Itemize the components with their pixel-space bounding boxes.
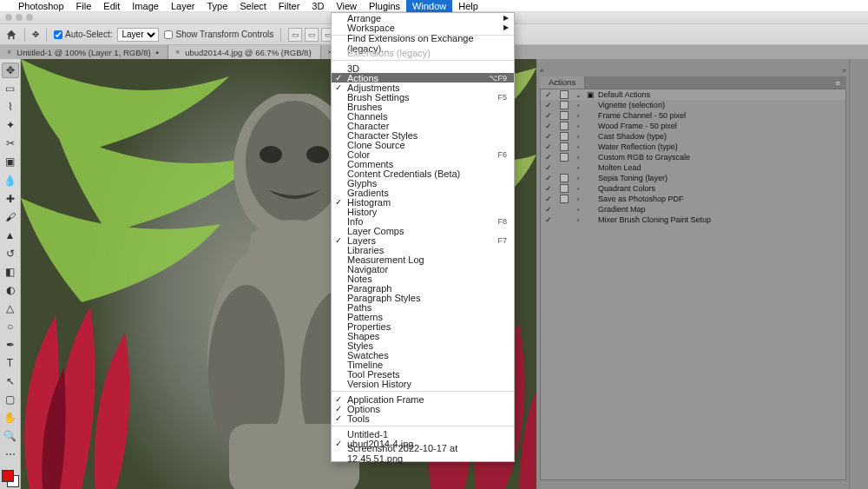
edit-toolbar-icon[interactable]: ⋯	[2, 446, 19, 462]
menu-item-options[interactable]: ✓Options	[332, 404, 514, 413]
menu-window[interactable]: Window	[406, 0, 452, 12]
marquee-tool-icon[interactable]: ▭	[2, 81, 19, 96]
window-close-icon[interactable]	[5, 14, 12, 21]
menu-item-swatches[interactable]: Swatches	[332, 350, 514, 360]
menu-item-layers[interactable]: ✓LayersF7	[332, 235, 514, 245]
panel-menu-icon[interactable]: ≡	[830, 78, 846, 88]
menu-item-comments[interactable]: Comments	[332, 159, 514, 169]
menu-item-version-history[interactable]: Version History	[332, 379, 514, 388]
chevron-right-icon[interactable]: ›	[572, 216, 584, 224]
action-row[interactable]: ✓›Wood Frame - 50 pixel	[541, 121, 845, 131]
menu-3d[interactable]: 3D	[306, 0, 330, 12]
actions-tab[interactable]: Actions	[540, 76, 585, 89]
menu-plugins[interactable]: Plugins	[363, 0, 406, 12]
check-icon[interactable]: ✓	[545, 90, 552, 99]
doc-tab-0[interactable]: × Untitled-1 @ 100% (Layer 1, RGB/8) •	[0, 45, 168, 59]
check-icon[interactable]: ✓	[545, 184, 552, 193]
menu-item-layer-comps[interactable]: Layer Comps	[332, 226, 514, 235]
menu-item-clone-source[interactable]: Clone Source	[332, 140, 514, 149]
eraser-tool-icon[interactable]: ◧	[2, 264, 19, 280]
action-row[interactable]: ✓›Frame Channel - 50 pixel	[541, 110, 845, 121]
menu-help[interactable]: Help	[452, 0, 484, 12]
menu-item-patterns[interactable]: Patterns	[332, 312, 514, 321]
action-row[interactable]: ✓›Sepia Toning (layer)	[541, 173, 845, 183]
gradient-tool-icon[interactable]: ◐	[2, 282, 19, 298]
action-row[interactable]: ✓›Custom RGB to Grayscale	[541, 152, 845, 162]
menu-item-actions[interactable]: ✓Actions⌥F9	[332, 73, 514, 83]
chevron-down-icon[interactable]: ⌄	[572, 91, 584, 99]
move-tool-icon[interactable]: ✥	[32, 30, 39, 39]
menu-edit[interactable]: Edit	[97, 0, 126, 12]
home-icon[interactable]	[5, 29, 17, 41]
action-row[interactable]: ✓›Cast Shadow (type)	[541, 131, 845, 142]
action-row[interactable]: ✓›Gradient Map	[541, 204, 845, 215]
hand-tool-icon[interactable]: ✋	[2, 410, 19, 426]
menu-item-measurement-log[interactable]: Measurement Log	[332, 254, 514, 264]
doc-tab-1[interactable]: × ubud2014-4.jpg @ 66.7% (RGB/8)	[168, 45, 321, 59]
menu-item-channels[interactable]: Channels	[332, 111, 514, 121]
menu-image[interactable]: Image	[126, 0, 165, 12]
history-brush-tool-icon[interactable]: ↺	[2, 246, 19, 261]
panel-dock-strip[interactable]	[849, 59, 868, 489]
check-icon[interactable]: ✓	[545, 132, 552, 141]
chevron-right-icon[interactable]: ›	[572, 133, 584, 141]
frame-tool-icon[interactable]: ▣	[2, 154, 19, 169]
blur-tool-icon[interactable]: △	[2, 301, 19, 316]
action-row[interactable]: ✓›Vignette (selection)	[541, 100, 845, 110]
menu-item-gradients[interactable]: Gradients	[332, 188, 514, 197]
close-icon[interactable]: ×	[175, 48, 180, 56]
check-icon[interactable]: ✓	[545, 122, 552, 130]
menu-item-paragraph[interactable]: Paragraph	[332, 283, 514, 293]
type-tool-icon[interactable]: T	[2, 355, 19, 371]
zoom-tool-icon[interactable]: 🔍	[2, 428, 19, 444]
menu-item-timeline[interactable]: Timeline	[332, 360, 514, 369]
menu-select[interactable]: Select	[233, 0, 273, 12]
dialog-toggle-icon[interactable]	[560, 142, 569, 151]
chevron-right-icon[interactable]: ›	[572, 112, 584, 120]
brush-tool-icon[interactable]: 🖌	[2, 209, 19, 225]
chevron-right-icon[interactable]: ›	[572, 206, 584, 214]
wand-tool-icon[interactable]: ✦	[2, 117, 19, 133]
chevron-right-icon[interactable]: ›	[572, 122, 584, 130]
check-icon[interactable]: ✓	[545, 174, 552, 182]
dialog-toggle-icon[interactable]	[560, 195, 569, 203]
chevron-right-icon[interactable]: ›	[572, 185, 584, 193]
menu-item-content-credentials-beta[interactable]: Content Credentials (Beta)	[332, 169, 514, 178]
menu-item-character-styles[interactable]: Character Styles	[332, 130, 514, 140]
color-swatches[interactable]	[2, 470, 19, 489]
menu-item-info[interactable]: InfoF8	[332, 216, 514, 226]
window-zoom-icon[interactable]	[26, 14, 33, 21]
menu-item-arrange[interactable]: Arrange▶	[332, 13, 514, 23]
path-select-tool-icon[interactable]: ↖	[2, 373, 19, 389]
menu-item-paragraph-styles[interactable]: Paragraph Styles	[332, 293, 514, 302]
dialog-toggle-icon[interactable]	[560, 122, 569, 130]
menu-item-brushes[interactable]: Brushes	[332, 102, 514, 111]
rectangle-tool-icon[interactable]: ▢	[2, 392, 19, 407]
check-icon[interactable]: ✓	[545, 195, 552, 203]
auto-select-mode[interactable]: Layer	[117, 28, 159, 42]
align-left-icon[interactable]: ▭	[288, 28, 302, 42]
menu-item-tools[interactable]: ✓Tools	[332, 413, 514, 423]
menu-item-glyphs[interactable]: Glyphs	[332, 178, 514, 188]
menu-view[interactable]: View	[330, 0, 363, 12]
collapse-right-icon[interactable]: »	[842, 66, 846, 75]
chevron-right-icon[interactable]: ›	[572, 175, 584, 182]
chevron-right-icon[interactable]: ›	[572, 195, 584, 203]
menu-item-application-frame[interactable]: ✓Application Frame	[332, 394, 514, 404]
eyedropper-tool-icon[interactable]: 💧	[2, 172, 19, 188]
check-icon[interactable]: ✓	[545, 142, 552, 151]
healing-tool-icon[interactable]: ✚	[2, 191, 19, 207]
foreground-color-swatch[interactable]	[2, 470, 14, 482]
chevron-right-icon[interactable]: ›	[572, 143, 584, 151]
menu-item-color[interactable]: ColorF6	[332, 149, 514, 159]
chevron-right-icon[interactable]: ›	[572, 154, 584, 162]
menu-item-workspace[interactable]: Workspace▶	[332, 23, 514, 32]
menu-type[interactable]: Type	[201, 0, 233, 12]
menu-item-libraries[interactable]: Libraries	[332, 245, 514, 254]
auto-select-checkbox[interactable]: Auto-Select:	[54, 30, 112, 39]
menu-item-3d[interactable]: 3D	[332, 63, 514, 73]
move-tool-icon[interactable]: ✥	[2, 63, 19, 78]
menu-layer[interactable]: Layer	[165, 0, 201, 12]
check-icon[interactable]: ✓	[545, 111, 552, 120]
menu-item-character[interactable]: Character	[332, 121, 514, 130]
